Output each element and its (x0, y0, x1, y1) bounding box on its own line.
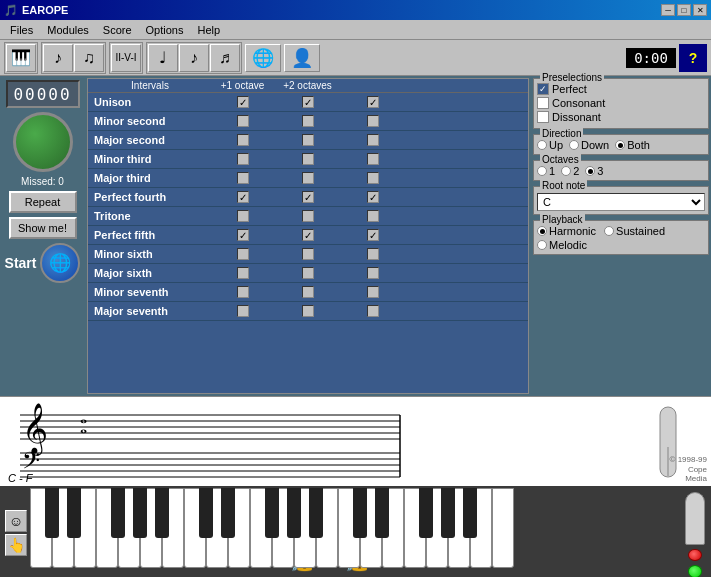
check-cell-2oct[interactable] (340, 134, 405, 146)
playback-option[interactable]: Melodic (537, 239, 587, 251)
checkbox-2oct[interactable] (367, 191, 379, 203)
playback-option[interactable]: Harmonic (537, 225, 596, 237)
menu-score[interactable]: Score (97, 23, 138, 37)
piano-left-btn-1[interactable]: ☺ (5, 510, 27, 532)
check-cell-base[interactable] (210, 172, 275, 184)
piano-keys[interactable] (30, 488, 516, 576)
black-key[interactable] (419, 488, 433, 538)
checkbox-1oct[interactable] (302, 153, 314, 165)
black-key[interactable] (353, 488, 367, 538)
black-key[interactable] (287, 488, 301, 538)
toolbar-btn-2[interactable]: ♫ (74, 44, 104, 72)
toolbar-user-btn[interactable]: 👤 (284, 44, 320, 72)
check-cell-1oct[interactable] (275, 286, 340, 298)
check-cell-2oct[interactable] (340, 286, 405, 298)
preselection-item[interactable]: Consonant (537, 97, 705, 109)
menu-help[interactable]: Help (191, 23, 226, 37)
interval-row[interactable]: Minor seventh (88, 283, 528, 302)
checkbox-1oct[interactable] (302, 134, 314, 146)
white-key[interactable] (492, 488, 514, 568)
interval-row[interactable]: Perfect fifth (88, 226, 528, 245)
checkbox-base[interactable] (237, 96, 249, 108)
close-button[interactable]: ✕ (693, 4, 707, 16)
interval-row[interactable]: Minor sixth (88, 245, 528, 264)
toolbar-btn-1[interactable]: ♪ (43, 44, 73, 72)
direction-option[interactable]: Both (615, 139, 650, 151)
check-cell-1oct[interactable] (275, 172, 340, 184)
playback-radio[interactable] (537, 240, 547, 250)
check-cell-1oct[interactable] (275, 115, 340, 127)
octave-option[interactable]: 3 (585, 165, 603, 177)
interval-row[interactable]: Unison (88, 93, 528, 112)
black-key[interactable] (155, 488, 169, 538)
black-key[interactable] (463, 488, 477, 538)
check-cell-1oct[interactable] (275, 96, 340, 108)
check-cell-2oct[interactable] (340, 248, 405, 260)
checkbox-base[interactable] (237, 153, 249, 165)
checkbox-1oct[interactable] (302, 229, 314, 241)
interval-row[interactable]: Major third (88, 169, 528, 188)
check-cell-2oct[interactable] (340, 115, 405, 127)
checkbox-2oct[interactable] (367, 267, 379, 279)
interval-row[interactable]: Perfect fourth (88, 188, 528, 207)
maximize-button[interactable]: □ (677, 4, 691, 16)
check-cell-1oct[interactable] (275, 305, 340, 317)
checkbox-2oct[interactable] (367, 153, 379, 165)
interval-row[interactable]: Major second (88, 131, 528, 150)
checkbox-2oct[interactable] (367, 248, 379, 260)
checkbox-2oct[interactable] (367, 115, 379, 127)
preselection-item[interactable]: Dissonant (537, 111, 705, 123)
check-cell-1oct[interactable] (275, 248, 340, 260)
minimize-button[interactable]: ─ (661, 4, 675, 16)
check-cell-base[interactable] (210, 115, 275, 127)
check-cell-2oct[interactable] (340, 210, 405, 222)
octave-option[interactable]: 2 (561, 165, 579, 177)
check-cell-1oct[interactable] (275, 210, 340, 222)
checkbox-2oct[interactable] (367, 286, 379, 298)
check-cell-2oct[interactable] (340, 191, 405, 203)
octave-radio[interactable] (585, 166, 595, 176)
presel-checkbox[interactable] (537, 111, 549, 123)
direction-radio[interactable] (615, 140, 625, 150)
checkbox-1oct[interactable] (302, 115, 314, 127)
checkbox-2oct[interactable] (367, 210, 379, 222)
checkbox-1oct[interactable] (302, 267, 314, 279)
checkbox-1oct[interactable] (302, 96, 314, 108)
checkbox-1oct[interactable] (302, 248, 314, 260)
check-cell-1oct[interactable] (275, 267, 340, 279)
checkbox-2oct[interactable] (367, 305, 379, 317)
check-cell-1oct[interactable] (275, 153, 340, 165)
interval-row[interactable]: Minor third (88, 150, 528, 169)
black-key[interactable] (199, 488, 213, 538)
direction-radio[interactable] (537, 140, 547, 150)
checkbox-base[interactable] (237, 286, 249, 298)
checkbox-2oct[interactable] (367, 134, 379, 146)
black-key[interactable] (45, 488, 59, 538)
checkbox-1oct[interactable] (302, 305, 314, 317)
octave-radio[interactable] (561, 166, 571, 176)
check-cell-2oct[interactable] (340, 172, 405, 184)
check-cell-base[interactable] (210, 96, 275, 108)
playback-radio[interactable] (604, 226, 614, 236)
menu-options[interactable]: Options (140, 23, 190, 37)
start-globe-icon[interactable]: 🌐 (40, 243, 80, 283)
toolbar-globe-btn[interactable]: 🌐 (245, 44, 281, 72)
interval-row[interactable]: Major seventh (88, 302, 528, 321)
piano-left-btn-2[interactable]: 👆 (5, 534, 27, 556)
playback-radio[interactable] (537, 226, 547, 236)
checkbox-base[interactable] (237, 210, 249, 222)
checkbox-2oct[interactable] (367, 229, 379, 241)
checkbox-1oct[interactable] (302, 191, 314, 203)
menu-modules[interactable]: Modules (41, 23, 95, 37)
check-cell-base[interactable] (210, 134, 275, 146)
black-key[interactable] (67, 488, 81, 538)
check-cell-base[interactable] (210, 210, 275, 222)
black-key[interactable] (265, 488, 279, 538)
toolbar-btn-note3[interactable]: ♬ (210, 44, 240, 72)
start-area[interactable]: Start 🌐 (5, 243, 81, 283)
direction-radio[interactable] (569, 140, 579, 150)
playback-option[interactable]: Sustained (604, 225, 665, 237)
octave-option[interactable]: 1 (537, 165, 555, 177)
checkbox-1oct[interactable] (302, 172, 314, 184)
black-key[interactable] (133, 488, 147, 538)
